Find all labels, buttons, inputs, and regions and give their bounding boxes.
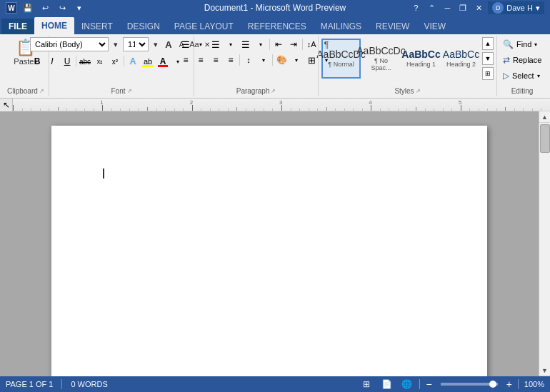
document-container[interactable] xyxy=(0,111,539,376)
font-color-btn[interactable]: A xyxy=(156,54,170,69)
font-grow-btn[interactable]: A xyxy=(163,38,174,51)
tab-page-layout[interactable]: PAGE LAYOUT xyxy=(167,19,241,34)
zoom-slider[interactable] xyxy=(441,383,498,386)
quick-redo-btn[interactable]: ↪ xyxy=(56,1,69,14)
quick-customize-btn[interactable]: ▾ xyxy=(73,1,86,14)
ribbon-collapse-btn[interactable]: ⌃ xyxy=(425,1,438,14)
zoom-minus-btn[interactable]: − xyxy=(426,379,431,389)
align-right-btn[interactable]: ≡ xyxy=(209,53,223,67)
multilevel-dropdown[interactable]: ▾ xyxy=(254,37,268,51)
tab-home[interactable]: HOME xyxy=(34,17,74,34)
tab-insert[interactable]: INSERT xyxy=(74,19,120,34)
scroll-track[interactable] xyxy=(539,123,550,365)
fmt-divider xyxy=(76,56,76,67)
clipboard-expand-icon[interactable]: ↗ xyxy=(39,88,44,94)
quick-save-btn[interactable]: 💾 xyxy=(21,1,34,14)
subscript-btn[interactable]: x₂ xyxy=(93,54,107,69)
style-heading2[interactable]: AaBbCc Heading 2 xyxy=(441,39,481,79)
tab-references[interactable]: REFERENCES xyxy=(241,19,314,34)
sort-btn[interactable]: ↕A xyxy=(304,37,319,51)
para-divider3 xyxy=(239,54,240,66)
borders-btn[interactable]: ⊞ xyxy=(304,53,319,67)
styles-scroll: ▲ ▼ ⊞ xyxy=(482,37,494,80)
zoom-thumb[interactable] xyxy=(489,381,496,388)
styles-more-btn[interactable]: ⊞ xyxy=(482,67,494,80)
bold-btn[interactable]: B xyxy=(30,54,44,69)
title-bar: W 💾 ↩ ↪ ▾ Document1 - Microsoft Word Pre… xyxy=(0,0,550,16)
help-btn[interactable]: ? xyxy=(409,1,422,14)
style-heading1[interactable]: AaBbCc Heading 1 xyxy=(401,39,441,79)
para-divider1 xyxy=(269,39,270,50)
restore-btn[interactable]: ❐ xyxy=(456,1,469,14)
tab-view[interactable]: VIEW xyxy=(416,19,453,34)
replace-icon: ⇄ xyxy=(503,55,510,65)
find-label: Find xyxy=(516,40,531,49)
select-dropdown-icon[interactable]: ▾ xyxy=(537,73,540,79)
full-reading-btn[interactable]: 📄 xyxy=(379,378,394,391)
underline-btn[interactable]: U xyxy=(60,54,74,69)
shading-dropdown[interactable]: ▾ xyxy=(289,53,304,67)
print-layout-btn[interactable]: ⊞ xyxy=(359,378,374,391)
replace-btn[interactable]: ⇄ Replace xyxy=(500,53,544,67)
styles-expand-icon[interactable]: ↗ xyxy=(416,88,421,94)
bullets-btn[interactable]: ☰ xyxy=(179,37,193,51)
para-divider4 xyxy=(272,54,273,66)
shading-btn[interactable]: 🎨 xyxy=(274,53,289,67)
line-spacing-btn[interactable]: ↕ xyxy=(241,53,256,67)
font-expand-btn[interactable]: ▾ xyxy=(110,38,121,51)
styles-scroll-down-btn[interactable]: ▼ xyxy=(482,52,494,65)
quick-undo-btn[interactable]: ↩ xyxy=(39,1,51,14)
find-icon: 🔍 xyxy=(503,39,514,49)
web-layout-btn[interactable]: 🌐 xyxy=(399,378,414,391)
font-expand-icon[interactable]: ↗ xyxy=(127,88,132,94)
ruler-corner[interactable]: ↖ xyxy=(0,99,13,111)
tab-design[interactable]: DESIGN xyxy=(120,19,167,34)
tab-file[interactable]: FILE xyxy=(1,19,34,34)
tab-mailings[interactable]: MAILINGS xyxy=(314,19,369,34)
superscript-btn[interactable]: x² xyxy=(108,54,122,69)
align-left-btn[interactable]: ≡ xyxy=(179,53,193,67)
justify-btn[interactable]: ≡ xyxy=(224,53,238,67)
align-center-btn[interactable]: ≡ xyxy=(194,53,208,67)
show-marks-btn[interactable]: ¶ xyxy=(319,37,334,51)
numbering-btn[interactable]: ☰ xyxy=(209,37,223,51)
increase-indent-btn[interactable]: ⇥ xyxy=(286,37,301,51)
vertical-scrollbar[interactable]: ▲ ▼ xyxy=(539,111,550,376)
font-family-select[interactable]: Calibri (Body) xyxy=(30,37,109,51)
font-label: Font ↗ xyxy=(52,86,191,95)
ribbon-tabs: FILE HOME INSERT DESIGN PAGE LAYOUT REFE… xyxy=(0,16,550,34)
font-size-expand-btn[interactable]: ▾ xyxy=(150,38,161,51)
replace-label: Replace xyxy=(513,56,541,64)
user-area[interactable]: D Dave H ▾ xyxy=(488,1,544,14)
zoom-plus-btn[interactable]: + xyxy=(506,379,512,389)
line-spacing-dropdown[interactable]: ▾ xyxy=(256,53,271,67)
text-effects-btn[interactable]: A xyxy=(126,54,140,69)
strikethrough-btn[interactable]: abc xyxy=(78,54,92,69)
tab-review[interactable]: REVIEW xyxy=(369,19,416,34)
scroll-up-btn[interactable]: ▲ xyxy=(539,111,551,123)
style-no-spacing[interactable]: AaBbCcDc ¶ No Spac... xyxy=(361,39,401,79)
word-count: 0 WORDS xyxy=(71,380,107,388)
multilevel-btn[interactable]: ☰ xyxy=(239,37,253,51)
italic-btn[interactable]: I xyxy=(45,54,59,69)
highlight-btn[interactable]: ab xyxy=(141,54,155,69)
style-no-spacing-preview: AaBbCcDc xyxy=(356,46,405,56)
minimize-btn[interactable]: ─ xyxy=(441,1,454,14)
document-page[interactable] xyxy=(51,126,487,376)
decrease-indent-btn[interactable]: ⇤ xyxy=(271,37,286,51)
find-btn[interactable]: 🔍 Find ▾ xyxy=(500,37,540,51)
paragraph-expand-icon[interactable]: ↗ xyxy=(271,88,276,94)
status-bar: PAGE 1 OF 1 0 WORDS ⊞ 📄 🌐 − + 100% xyxy=(0,376,550,392)
numbering-dropdown[interactable]: ▾ xyxy=(224,37,238,51)
status-divider3 xyxy=(518,379,519,389)
select-btn[interactable]: ▷ Select ▾ xyxy=(500,69,543,83)
borders-dropdown[interactable]: ▾ xyxy=(319,53,334,67)
word-icon: W xyxy=(6,2,17,14)
scroll-down-btn[interactable]: ▼ xyxy=(539,365,551,376)
find-dropdown-icon[interactable]: ▾ xyxy=(534,41,537,48)
scroll-thumb[interactable] xyxy=(540,124,550,153)
styles-scroll-up-btn[interactable]: ▲ xyxy=(482,37,494,50)
close-btn[interactable]: ✕ xyxy=(472,1,485,14)
font-size-select[interactable]: 11 xyxy=(123,37,149,51)
bullets-dropdown[interactable]: ▾ xyxy=(194,37,208,51)
